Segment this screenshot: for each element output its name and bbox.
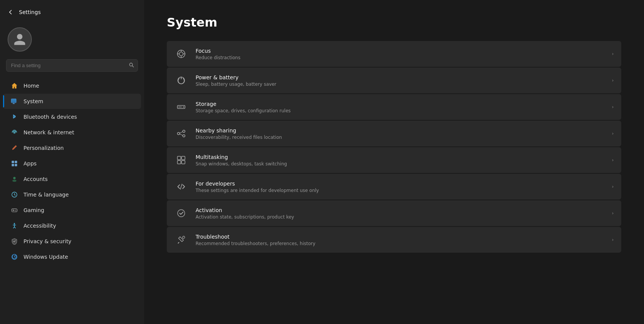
svg-point-7 bbox=[14, 132, 15, 134]
activation-icon bbox=[174, 206, 188, 220]
sidebar-nav: Home System Bluetooth & devi bbox=[0, 78, 144, 265]
home-icon bbox=[11, 82, 18, 90]
sidebar-item-privacy[interactable]: Privacy & security bbox=[3, 234, 141, 249]
setting-item-focus[interactable]: Focus Reduce distractions › bbox=[167, 41, 621, 67]
activation-desc: Activation state, subscriptions, product… bbox=[196, 214, 604, 220]
nearby-name: Nearby sharing bbox=[196, 127, 604, 134]
storage-text: Storage Storage space, drives, configura… bbox=[196, 101, 604, 113]
svg-rect-8 bbox=[12, 161, 14, 163]
sidebar-item-home[interactable]: Home bbox=[3, 78, 141, 93]
sidebar-item-personalization[interactable]: Personalization bbox=[3, 140, 141, 156]
svg-rect-4 bbox=[11, 99, 16, 102]
developers-text: For developers These settings are intend… bbox=[196, 181, 604, 193]
troubleshoot-chevron: › bbox=[612, 237, 614, 242]
gaming-icon bbox=[11, 206, 18, 214]
activation-text: Activation Activation state, subscriptio… bbox=[196, 207, 604, 220]
developers-name: For developers bbox=[196, 181, 604, 187]
setting-item-power[interactable]: Power & battery Sleep, battery usage, ba… bbox=[167, 68, 621, 93]
apps-icon bbox=[11, 160, 18, 167]
setting-item-activation[interactable]: Activation Activation state, subscriptio… bbox=[167, 200, 621, 226]
sidebar-item-label-accessibility: Accessibility bbox=[24, 223, 56, 229]
svg-rect-9 bbox=[15, 161, 17, 163]
focus-name: Focus bbox=[196, 48, 604, 54]
svg-point-39 bbox=[183, 135, 185, 137]
svg-rect-42 bbox=[177, 156, 181, 160]
sidebar-item-label-gaming: Gaming bbox=[24, 207, 44, 213]
multitasking-chevron: › bbox=[612, 157, 614, 163]
troubleshoot-name: Troubleshoot bbox=[196, 234, 604, 240]
power-icon bbox=[174, 74, 188, 87]
avatar-icon bbox=[13, 33, 27, 46]
sidebar-item-time[interactable]: Time & language bbox=[3, 187, 141, 202]
svg-line-46 bbox=[180, 184, 182, 189]
power-chevron: › bbox=[612, 78, 614, 83]
sidebar-item-update[interactable]: Windows Update bbox=[3, 249, 141, 264]
svg-point-37 bbox=[177, 132, 180, 135]
nearby-desc: Discoverability, received files location bbox=[196, 135, 604, 140]
storage-name: Storage bbox=[196, 101, 604, 107]
update-icon bbox=[11, 253, 18, 261]
sidebar-item-label-privacy: Privacy & security bbox=[24, 238, 71, 244]
sidebar-item-label-accounts: Accounts bbox=[24, 176, 48, 182]
svg-point-23 bbox=[15, 211, 16, 211]
main-content: System Focus Reduce distractions › bbox=[144, 0, 644, 324]
sidebar-item-accounts[interactable]: Accounts bbox=[3, 171, 141, 187]
storage-icon bbox=[174, 100, 188, 114]
sidebar-item-accessibility[interactable]: Accessibility bbox=[3, 218, 141, 233]
activation-chevron: › bbox=[612, 211, 614, 216]
avatar[interactable] bbox=[8, 27, 32, 52]
sidebar-item-label-update: Windows Update bbox=[24, 254, 68, 260]
sidebar-item-network[interactable]: Network & internet bbox=[3, 125, 141, 140]
setting-item-multitasking[interactable]: Multitasking Snap windows, desktops, tas… bbox=[167, 147, 621, 173]
accounts-icon bbox=[11, 175, 18, 183]
sidebar-item-gaming[interactable]: Gaming bbox=[3, 203, 141, 218]
sidebar-item-system[interactable]: System bbox=[3, 94, 141, 109]
avatar-area bbox=[0, 21, 144, 59]
sidebar-item-apps[interactable]: Apps bbox=[3, 156, 141, 171]
settings-list: Focus Reduce distractions › Power & batt… bbox=[167, 41, 621, 253]
storage-chevron: › bbox=[612, 104, 614, 110]
sidebar-item-label-time: Time & language bbox=[24, 192, 69, 198]
svg-rect-11 bbox=[15, 164, 17, 166]
search-input[interactable] bbox=[6, 59, 138, 72]
svg-rect-45 bbox=[182, 160, 185, 164]
sidebar: Settings Home bbox=[0, 0, 144, 324]
storage-desc: Storage space, drives, configuration rul… bbox=[196, 108, 604, 113]
sidebar-item-label-bluetooth: Bluetooth & devices bbox=[24, 114, 77, 120]
svg-point-22 bbox=[14, 210, 15, 211]
multitasking-desc: Snap windows, desktops, task switching bbox=[196, 161, 604, 167]
svg-point-31 bbox=[179, 52, 183, 56]
troubleshoot-desc: Recommended troubleshooters, preferences… bbox=[196, 241, 604, 246]
sidebar-item-label-personalization: Personalization bbox=[24, 145, 64, 151]
setting-item-troubleshoot[interactable]: Troubleshoot Recommended troubleshooters… bbox=[167, 227, 621, 253]
network-icon bbox=[11, 129, 18, 136]
svg-point-47 bbox=[178, 210, 185, 217]
power-text: Power & battery Sleep, battery usage, ba… bbox=[196, 74, 604, 87]
setting-item-storage[interactable]: Storage Storage space, drives, configura… bbox=[167, 94, 621, 120]
setting-item-developers[interactable]: For developers These settings are intend… bbox=[167, 174, 621, 200]
svg-line-16 bbox=[14, 195, 16, 195]
setting-item-nearby[interactable]: Nearby sharing Discoverability, received… bbox=[167, 121, 621, 146]
time-icon bbox=[11, 191, 18, 198]
svg-point-21 bbox=[16, 210, 16, 211]
troubleshoot-text: Troubleshoot Recommended troubleshooters… bbox=[196, 234, 604, 246]
personalization-icon bbox=[11, 144, 18, 152]
focus-chevron: › bbox=[612, 51, 614, 57]
search-box[interactable] bbox=[6, 59, 138, 72]
troubleshoot-icon bbox=[174, 233, 188, 247]
sidebar-item-label-network: Network & internet bbox=[24, 129, 74, 135]
svg-point-12 bbox=[13, 177, 16, 179]
svg-rect-43 bbox=[182, 156, 185, 160]
nearby-text: Nearby sharing Discoverability, received… bbox=[196, 127, 604, 140]
svg-line-49 bbox=[178, 242, 179, 243]
power-name: Power & battery bbox=[196, 74, 604, 80]
sidebar-item-label-system: System bbox=[24, 98, 43, 104]
privacy-icon bbox=[11, 237, 18, 245]
system-icon bbox=[11, 98, 18, 105]
focus-text: Focus Reduce distractions bbox=[196, 48, 604, 60]
back-button[interactable] bbox=[6, 8, 15, 17]
sidebar-item-bluetooth[interactable]: Bluetooth & devices bbox=[3, 109, 141, 124]
sidebar-header: Settings bbox=[0, 5, 144, 21]
sidebar-item-label-home: Home bbox=[24, 83, 39, 89]
developers-desc: These settings are intended for developm… bbox=[196, 188, 604, 193]
